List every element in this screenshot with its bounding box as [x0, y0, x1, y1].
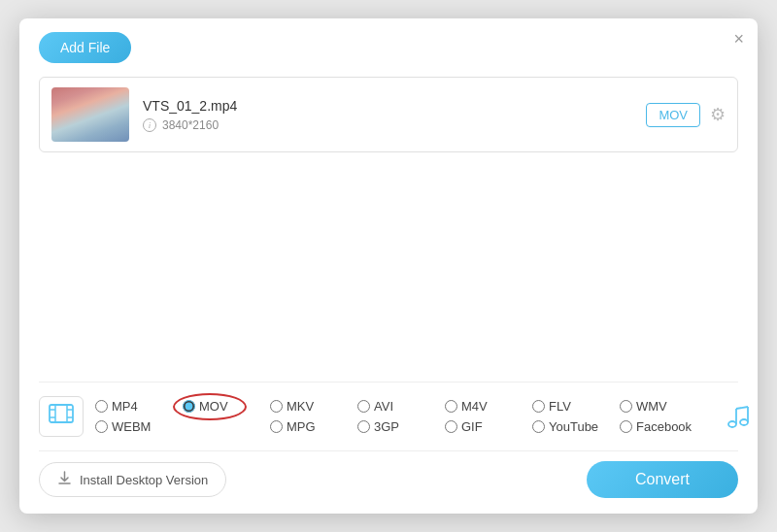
- radio-mp4[interactable]: [95, 400, 108, 413]
- convert-button[interactable]: Convert: [587, 461, 738, 498]
- file-thumbnail: [51, 87, 129, 142]
- format-video-icon-box: [39, 396, 84, 437]
- file-meta: i 3840*2160: [143, 118, 646, 132]
- radio-3gp[interactable]: [357, 420, 370, 433]
- install-button[interactable]: Install Desktop Version: [39, 462, 226, 497]
- format-wmv[interactable]: WMV: [620, 399, 707, 414]
- svg-line-11: [736, 407, 748, 409]
- format-gif[interactable]: GIF: [445, 419, 532, 434]
- add-file-button[interactable]: Add File: [39, 32, 131, 63]
- film-icon: [48, 400, 75, 433]
- format-mpg-label: MPG: [287, 419, 316, 434]
- file-actions: MOV ⚙: [646, 103, 726, 127]
- radio-gif[interactable]: [445, 420, 457, 433]
- format-facebook[interactable]: Facebook: [620, 419, 707, 434]
- radio-mkv[interactable]: [270, 400, 283, 413]
- radio-flv[interactable]: [532, 400, 545, 413]
- file-item: VTS_01_2.mp4 i 3840*2160 MOV ⚙: [39, 77, 738, 152]
- download-icon: [57, 471, 72, 488]
- svg-rect-0: [50, 405, 73, 422]
- radio-mov[interactable]: [183, 400, 195, 413]
- format-mov[interactable]: MOV: [183, 399, 270, 414]
- format-grid: MP4 MOV MKV AVI M4V: [95, 399, 707, 434]
- format-badge[interactable]: MOV: [646, 103, 700, 127]
- radio-webm[interactable]: [95, 420, 108, 433]
- format-mov-label: MOV: [199, 399, 228, 414]
- format-mkv-label: MKV: [287, 399, 314, 414]
- radio-m4v[interactable]: [445, 400, 457, 413]
- info-icon: i: [143, 118, 156, 132]
- format-youtube-label: YouTube: [549, 419, 598, 434]
- format-wmv-label: WMV: [636, 399, 667, 414]
- format-avi-label: AVI: [374, 399, 393, 414]
- format-flv-label: FLV: [549, 399, 571, 414]
- thumbnail-image: [51, 87, 129, 142]
- file-info: VTS_01_2.mp4 i 3840*2160: [143, 98, 646, 132]
- radio-facebook[interactable]: [620, 420, 632, 433]
- svg-point-8: [740, 419, 748, 425]
- format-3gp-label: 3GP: [374, 419, 399, 434]
- format-3gp[interactable]: 3GP: [357, 419, 445, 434]
- format-mp4-label: MP4: [112, 399, 138, 414]
- format-flv[interactable]: FLV: [532, 399, 620, 414]
- format-row-2: WEBM MPG 3GP GIF: [95, 419, 707, 434]
- install-label: Install Desktop Version: [80, 473, 208, 487]
- music-icon: [725, 403, 752, 430]
- format-webm-label: WEBM: [112, 419, 151, 434]
- music-icon-box: [719, 397, 758, 436]
- format-mkv[interactable]: MKV: [270, 399, 357, 414]
- close-button[interactable]: ×: [733, 30, 744, 48]
- format-youtube[interactable]: YouTube: [532, 419, 620, 434]
- svg-point-7: [728, 421, 736, 427]
- spacer: [39, 164, 738, 382]
- format-m4v[interactable]: M4V: [445, 399, 532, 414]
- format-row-1: MP4 MOV MKV AVI M4V: [95, 399, 707, 414]
- format-facebook-label: Facebook: [636, 419, 692, 434]
- format-avi[interactable]: AVI: [357, 399, 445, 414]
- format-section: MP4 MOV MKV AVI M4V: [39, 382, 738, 437]
- file-resolution: 3840*2160: [162, 118, 219, 132]
- header: Add File: [39, 32, 738, 63]
- file-name: VTS_01_2.mp4: [143, 98, 646, 114]
- radio-mpg[interactable]: [270, 420, 283, 433]
- format-mpg[interactable]: MPG: [270, 419, 357, 434]
- footer: Install Desktop Version Convert: [39, 450, 738, 498]
- format-gif-label: GIF: [461, 419, 483, 434]
- radio-avi[interactable]: [357, 400, 370, 413]
- main-dialog: × Add File VTS_01_2.mp4 i 3840*2160 MOV …: [19, 18, 758, 514]
- format-mp4[interactable]: MP4: [95, 399, 183, 414]
- settings-icon[interactable]: ⚙: [710, 104, 726, 125]
- format-m4v-label: M4V: [461, 399, 488, 414]
- radio-wmv[interactable]: [620, 400, 632, 413]
- radio-youtube[interactable]: [532, 420, 545, 433]
- format-webm[interactable]: WEBM: [95, 419, 183, 434]
